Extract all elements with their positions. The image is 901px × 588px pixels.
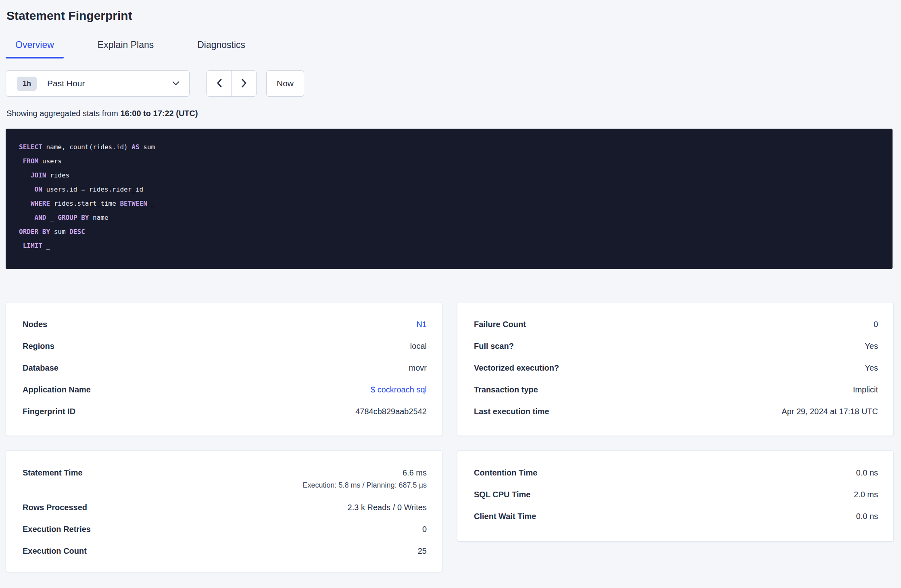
page-title: Statement Fingerprint <box>6 9 894 23</box>
now-button[interactable]: Now <box>266 70 304 97</box>
sql-line: LIMIT _ <box>19 239 879 253</box>
card-row: Application Name$ cockroach sql <box>23 379 427 401</box>
aggregated-stats-range: 16:00 to 17:22 (UTC) <box>120 109 198 118</box>
row-label: Transaction type <box>474 384 538 395</box>
row-label: Execution Retries <box>23 524 91 535</box>
card-row: Execution Count25 <box>23 540 427 562</box>
row-value: Yes <box>865 341 878 352</box>
row-value: 0.0 ns <box>856 511 878 522</box>
row-value: Yes <box>865 363 878 373</box>
card-row: Vectorized execution?Yes <box>474 357 878 379</box>
row-value: 6.6 ms <box>302 467 427 478</box>
row-value-group: 0.0 ns <box>856 467 878 478</box>
time-range-label: Past Hour <box>47 79 172 88</box>
row-label: Regions <box>23 341 54 352</box>
row-value-group: 6.6 msExecution: 5.8 ms / Planning: 687.… <box>302 467 427 491</box>
row-label: Statement Time <box>23 467 83 478</box>
row-value: local <box>410 341 427 352</box>
chevron-right-icon <box>241 79 247 89</box>
prev-range-button[interactable] <box>207 71 232 96</box>
tab-explain-plans[interactable]: Explain Plans <box>88 40 163 58</box>
aggregated-stats-prefix: Showing aggregated stats from <box>6 109 120 118</box>
row-label: Contention Time <box>474 467 537 478</box>
tab-bar: OverviewExplain PlansDiagnostics <box>6 40 894 58</box>
row-value-link[interactable]: $ cockroach sql <box>371 384 427 395</box>
card-row: Rows Processed2.3 k Reads / 0 Writes <box>23 497 427 519</box>
tab-overview[interactable]: Overview <box>6 40 64 58</box>
row-label: SQL CPU Time <box>474 489 530 500</box>
card-row: Databasemovr <box>23 357 427 379</box>
card-row: Fingerprint ID4784cb829aab2542 <box>23 401 427 423</box>
summary-cards-grid: NodesN1RegionslocalDatabasemovrApplicati… <box>6 302 894 572</box>
chevron-down-icon <box>172 80 179 87</box>
row-value-group: 25 <box>418 546 427 557</box>
row-value-group: 0 <box>422 524 427 535</box>
card-row: Failure Count0 <box>474 314 878 336</box>
card-row: Last execution timeApr 29, 2024 at 17:18… <box>474 401 878 423</box>
row-value: Apr 29, 2024 at 17:18 UTC <box>782 406 878 417</box>
chevron-left-icon <box>217 79 222 89</box>
statement-details-card: NodesN1RegionslocalDatabasemovrApplicati… <box>6 302 442 436</box>
row-value: 4784cb829aab2542 <box>355 406 427 417</box>
tab-diagnostics[interactable]: Diagnostics <box>188 40 255 58</box>
row-value-group: 4784cb829aab2542 <box>355 406 427 417</box>
next-range-button[interactable] <box>232 71 256 96</box>
row-value-group: $ cockroach sql <box>371 384 427 395</box>
card-row: Full scan?Yes <box>474 336 878 357</box>
row-label: Full scan? <box>474 341 514 352</box>
row-label: Client Wait Time <box>474 511 536 522</box>
sql-line: SELECT name, count(rides.id) AS sum <box>19 140 879 154</box>
row-value-group: 0.0 ns <box>856 511 878 522</box>
row-value-group: Implicit <box>853 384 878 395</box>
row-label: Vectorized execution? <box>474 363 559 373</box>
card-row: Client Wait Time0.0 ns <box>474 506 878 528</box>
row-label: Failure Count <box>474 319 526 330</box>
aggregated-stats-text: Showing aggregated stats from 16:00 to 1… <box>6 109 894 118</box>
sql-line: AND _ GROUP BY name <box>19 211 879 225</box>
row-value-group: N1 <box>416 319 427 330</box>
row-value: 2.3 k Reads / 0 Writes <box>348 502 427 513</box>
row-label: Database <box>23 363 58 373</box>
statement-fingerprint-page: Statement Fingerprint OverviewExplain Pl… <box>0 0 901 572</box>
wait-times-card: Contention Time0.0 nsSQL CPU Time2.0 msC… <box>457 450 894 542</box>
row-value-link[interactable]: N1 <box>416 319 427 330</box>
row-label: Application Name <box>23 384 91 395</box>
row-value: movr <box>409 363 427 373</box>
row-label: Execution Count <box>23 546 87 557</box>
card-row: SQL CPU Time2.0 ms <box>474 484 878 506</box>
row-value-group: Yes <box>865 341 878 352</box>
row-value-group: Apr 29, 2024 at 17:18 UTC <box>782 406 878 417</box>
row-subvalue: Execution: 5.8 ms / Planning: 687.5 µs <box>302 479 427 491</box>
statement-times-card: Statement Time6.6 msExecution: 5.8 ms / … <box>6 450 442 572</box>
card-row: Execution Retries0 <box>23 519 427 540</box>
row-value-group: 0 <box>874 319 878 330</box>
time-range-picker[interactable]: 1h Past Hour <box>6 70 190 97</box>
row-value: 2.0 ms <box>854 489 878 500</box>
card-row: NodesN1 <box>23 314 427 336</box>
execution-attributes-card: Failure Count0Full scan?YesVectorized ex… <box>457 302 894 436</box>
time-controls: 1h Past Hour Now <box>6 70 894 97</box>
row-value: 0 <box>422 524 427 535</box>
sql-line: FROM users <box>19 154 879 168</box>
row-label: Last execution time <box>474 406 549 417</box>
sql-line: JOIN rides <box>19 168 879 182</box>
row-value-group: movr <box>409 363 427 373</box>
sql-line: ORDER BY sum DESC <box>19 225 879 239</box>
row-value: 25 <box>418 546 427 557</box>
time-range-badge: 1h <box>17 77 37 91</box>
row-value: 0 <box>874 319 878 330</box>
card-row: Statement Time6.6 msExecution: 5.8 ms / … <box>23 462 427 497</box>
row-value: 0.0 ns <box>856 467 878 478</box>
row-value-group: local <box>410 341 427 352</box>
row-value: Implicit <box>853 384 878 395</box>
row-label: Rows Processed <box>23 502 87 513</box>
row-value-group: Yes <box>865 363 878 373</box>
row-value-group: 2.3 k Reads / 0 Writes <box>348 502 427 513</box>
sql-line: WHERE rides.start_time BETWEEN _ <box>19 196 879 211</box>
time-range-step-group <box>206 70 257 97</box>
card-row: Regionslocal <box>23 336 427 357</box>
row-label: Nodes <box>23 319 47 330</box>
row-label: Fingerprint ID <box>23 406 75 417</box>
sql-line: ON users.id = rides.rider_id <box>19 182 879 196</box>
card-row: Transaction typeImplicit <box>474 379 878 401</box>
